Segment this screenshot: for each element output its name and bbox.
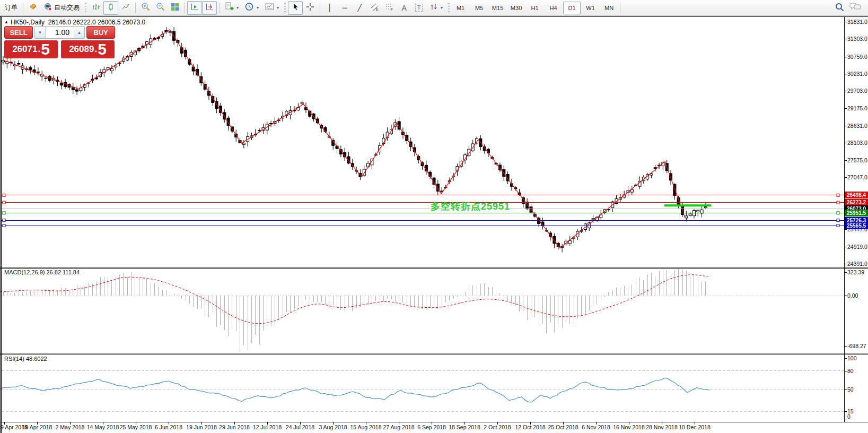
robot-icon [43,3,52,13]
vertical-line-button[interactable]: │ [322,1,337,15]
toolbar-separator [23,3,23,13]
volume-input[interactable]: 1.00 [46,27,74,38]
buy-button[interactable]: BUY [86,26,115,39]
one-click-trading-panel: SELL ▼ 1.00 ▲ BUY 26071.5 26089.5 [4,26,115,58]
spinner-up-icon: ▲ [77,30,82,35]
sell-price-box[interactable]: 26071.5 [4,40,58,58]
metaeditor-icon [29,2,38,13]
indicators-icon [225,2,234,13]
indicators-button[interactable]: ▾ [222,1,242,15]
line-handle [3,219,5,222]
auto-trading-label: 自动交易 [54,3,80,12]
timeframe-button-MN[interactable]: MN [600,2,618,14]
auto-trading-button[interactable]: 自动交易 [40,1,83,15]
volume-increase-button[interactable]: ▲ [74,27,84,38]
crosshair-button[interactable] [303,1,318,15]
line-handle [3,224,5,227]
spinner-down-icon: ▼ [38,30,42,35]
svg-text:E: E [376,7,379,11]
buy-price-fraction: 5 [98,42,107,57]
candles-layer [2,27,707,252]
chart-shift-button[interactable] [202,1,217,15]
candlestick-icon [107,3,115,13]
search-icon[interactable] [835,2,844,14]
svg-text:F: F [391,7,393,11]
sell-price-main: 26071 [12,44,37,55]
line-handle [837,219,839,222]
templates-button[interactable]: ▾ [262,1,282,15]
text-label-button[interactable]: T [411,1,426,15]
bar-chart-icon [92,3,100,13]
volume-decrease-button[interactable]: ▼ [35,27,46,38]
toolbar-drag-handle[interactable] [448,3,450,13]
zoom-out-button[interactable] [153,1,168,15]
new-order-label: 订单 [5,3,17,12]
line-chart-button[interactable] [118,1,133,15]
periods-button[interactable]: ▾ [242,1,262,15]
buy-button-label: BUY [93,29,108,37]
zoom-in-button[interactable] [138,1,153,15]
line-handle [837,212,839,214]
toolbar-drag-handle[interactable] [85,3,86,13]
horizontal-line-button[interactable]: ─ [337,1,352,15]
timeframe-button-M30[interactable]: M30 [507,2,525,14]
crosshair-icon [306,3,314,13]
arrows-button[interactable]: ▾ [426,1,446,15]
timeframe-button-D1[interactable]: D1 [563,2,581,14]
dropdown-arrow-icon: ▾ [441,5,443,10]
text-button[interactable]: A [397,1,411,15]
vertical-line-icon: │ [328,4,332,11]
toolbar-drag-handle[interactable] [284,3,286,13]
timeframe-button-M1[interactable]: M1 [452,2,469,14]
auto-scroll-button[interactable] [187,1,202,15]
timeframe-group: M1M5M15M30H1H4D1W1MN [452,2,618,14]
sell-button-label: SELL [10,29,27,37]
line-handle [3,201,5,204]
text-label-icon: T [415,4,423,12]
equidistant-channel-button[interactable]: E [367,1,382,15]
buy-price-box[interactable]: 26089.5 [61,40,115,58]
trendline-icon: ╱ [357,4,362,11]
chart-canvas[interactable] [0,0,868,433]
rsi-line [0,378,709,402]
timeframe-button-W1[interactable]: W1 [582,2,599,14]
timeframe-button-M5[interactable]: M5 [470,2,488,14]
sell-button[interactable]: SELL [4,26,33,39]
cursor-button[interactable] [288,1,303,15]
toolbar: 订单 自动交易 ▾ ▾ ▾ [0,0,868,16]
bar-chart-button[interactable] [89,1,103,15]
timeframe-button-H1[interactable]: H1 [526,2,543,14]
trendline-button[interactable]: ╱ [352,1,367,15]
buy-price-dot: . [94,44,97,55]
new-order-button[interactable]: 订单 [2,1,21,15]
metaeditor-button[interactable] [25,1,40,15]
dropdown-arrow-icon: ▾ [277,5,279,10]
zoom-out-icon [156,2,165,13]
toolbar-separator [185,3,185,13]
templates-icon [265,3,274,13]
zigzag-line [3,30,685,248]
dropdown-arrow-icon: ▾ [236,5,239,10]
line-handle [837,201,839,204]
line-handle [3,194,5,196]
toolbar-separator [320,3,320,13]
timeframe-button-H4[interactable]: H4 [545,2,562,14]
buy-price-main: 26089 [69,44,94,55]
text-icon: A [401,4,406,12]
timeframe-button-M15[interactable]: M15 [489,2,506,14]
chat-icon[interactable] [849,2,861,13]
tile-windows-button[interactable] [168,1,182,15]
chart-shift-icon [205,3,214,13]
tile-windows-icon [171,3,179,13]
toolbar-separator [620,3,620,13]
line-chart-icon [121,3,130,13]
sell-price-dot: . [38,44,40,55]
dropdown-arrow-icon: ▾ [257,5,259,10]
line-handle [3,212,5,214]
periods-clock-icon [245,2,254,13]
equidistant-channel-icon: E [370,3,379,13]
volume-spinner: ▼ 1.00 ▲ [34,26,85,39]
horizontal-line-icon: ─ [342,4,347,11]
candlestick-chart-button[interactable] [103,1,118,15]
fibonacci-button[interactable]: F [382,1,397,15]
